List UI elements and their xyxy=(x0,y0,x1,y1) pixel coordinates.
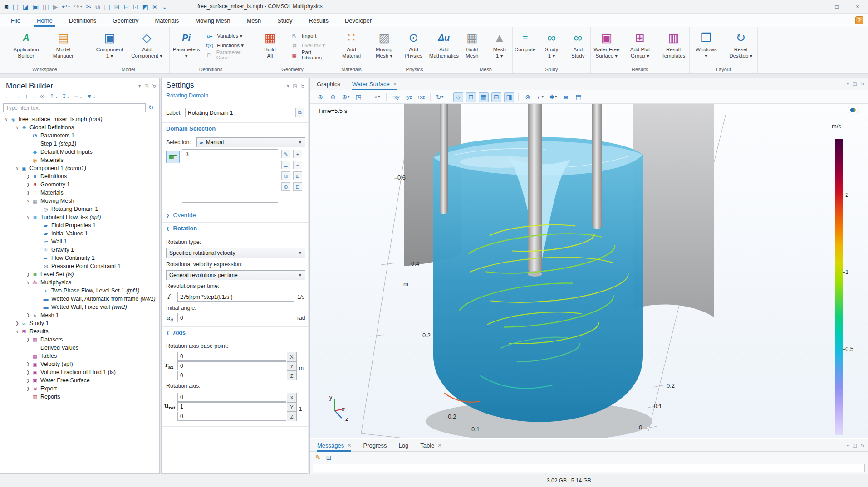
delete-icon[interactable]: ⊟ xyxy=(123,4,129,10)
chevron-right-icon[interactable]: ❯ xyxy=(26,362,30,366)
view-xy-icon[interactable]: ↑xy xyxy=(391,92,401,102)
rotation-axis-input-x[interactable] xyxy=(177,393,286,402)
tree-item[interactable]: ❯≡Definitions xyxy=(0,172,159,180)
tree-item[interactable]: ∨⊞Results xyxy=(0,327,159,336)
show-axes-toggle[interactable]: ⊟ xyxy=(491,92,501,102)
selection-list-icon[interactable]: ≣ xyxy=(281,161,290,169)
tree-item[interactable]: ◷Rotating Domain 1 xyxy=(0,205,159,213)
chevron-right-icon[interactable]: ❯ xyxy=(26,370,30,375)
study-1-button[interactable]: ∞Study 1 ▾ xyxy=(539,29,564,59)
component-1-button[interactable]: ▣Component 1 ▾ xyxy=(92,29,128,59)
clear-log-icon[interactable]: ✎ xyxy=(315,454,321,461)
show-selection-toggle[interactable]: ◨ xyxy=(504,92,514,102)
chevron-down-icon[interactable]: ∨ xyxy=(26,280,30,285)
zoom-out-icon[interactable]: ⊖ xyxy=(328,92,338,102)
domain-selection-header[interactable]: Domain Selection xyxy=(166,125,216,132)
water-free-surface-button[interactable]: ▣Water Free Surface ▾ xyxy=(591,29,623,59)
chevron-right-icon[interactable]: ❯ xyxy=(26,272,30,277)
tab-graphics[interactable]: Graphics xyxy=(317,78,340,90)
maximize-button[interactable]: □ xyxy=(826,0,847,14)
compute-button[interactable]: =Compute xyxy=(513,29,537,59)
axis-section-header[interactable]: ❮ Axis xyxy=(166,329,186,336)
menu-materials[interactable]: Materials xyxy=(154,15,180,27)
add-physics-button[interactable]: ⊙Add Physics xyxy=(400,29,427,59)
tree-item[interactable]: ❯▣Velocity (spf) xyxy=(0,360,159,368)
panel-float-icon[interactable]: ◳ xyxy=(853,81,857,86)
tab-table[interactable]: Table✕ xyxy=(420,439,441,452)
material-rendering-toggle[interactable]: ⊡ xyxy=(466,92,476,102)
select-icon[interactable]: ⊡ xyxy=(133,4,138,10)
environment-icon[interactable]: ✱▾ xyxy=(548,92,558,102)
livelink-button[interactable]: ⇄LiveLink ▾ xyxy=(289,41,333,49)
tree-item[interactable]: ▰Flow Continuity 1 xyxy=(0,254,159,262)
rename-button[interactable]: ⧉ xyxy=(295,108,304,117)
build-mesh-button[interactable]: ▦Build Mesh xyxy=(459,29,485,59)
add-plot-group-button[interactable]: ⊞Add Plot Group ▾ xyxy=(624,29,656,59)
model-manager-button[interactable]: ▤Model Manager xyxy=(46,29,81,59)
add-mathematics-button[interactable]: ΔuAdd Mathematics xyxy=(429,29,459,59)
menu-results[interactable]: Results xyxy=(308,15,329,27)
menu-home[interactable]: Home xyxy=(36,15,54,27)
model-tree-node-text-icon[interactable]: ≣ ▾ xyxy=(74,93,82,100)
chevron-down-icon[interactable]: ∨ xyxy=(4,117,9,122)
run-icon[interactable]: ▶ xyxy=(53,4,58,10)
tree-item[interactable]: ⌐Step 1(step1) xyxy=(0,140,159,148)
tree-item[interactable]: ❯∞Study 1 xyxy=(0,319,159,327)
copy-selection-icon[interactable]: ⧉ xyxy=(281,171,290,180)
refresh-icon[interactable]: ↻ xyxy=(148,104,154,111)
help-button[interactable]: ? xyxy=(855,16,863,24)
open-file-icon[interactable]: ◪ xyxy=(23,4,29,10)
chevron-down-icon[interactable]: ∨ xyxy=(15,125,20,130)
mesh-1-button[interactable]: ▲Mesh 1 ▾ xyxy=(487,29,513,59)
tree-item[interactable]: ◉Materials xyxy=(0,156,159,164)
add-component-button[interactable]: ◇Add Component ▾ xyxy=(129,29,165,59)
chevron-down-icon[interactable]: ∨ xyxy=(15,166,20,170)
zoom-box-icon[interactable]: ⊕▾ xyxy=(341,92,351,102)
menu-moving-mesh[interactable]: Moving Mesh xyxy=(194,15,231,27)
chevron-right-icon[interactable]: ❯ xyxy=(26,313,30,317)
chevron-right-icon[interactable]: ❯ xyxy=(26,190,30,195)
chevron-right-icon[interactable]: ❯ xyxy=(26,182,30,187)
panel-menu-icon[interactable]: ▾ xyxy=(138,83,141,88)
part-libraries-button[interactable]: ▦Part Libraries xyxy=(289,51,333,59)
variables-button[interactable]: a=Variables ▾ xyxy=(205,32,252,40)
lock-camera-icon[interactable]: ⊗ xyxy=(523,92,533,102)
zoom-extents-icon[interactable]: ◳ xyxy=(353,92,363,102)
tree-item[interactable]: ◆Default Model Inputs xyxy=(0,148,159,156)
tree-item[interactable]: ❯▦Datasets xyxy=(0,336,159,344)
build-all-button[interactable]: ▦Build All xyxy=(252,29,288,59)
panel-float-icon[interactable]: ◳ xyxy=(853,443,857,448)
tree-item[interactable]: PiParameters 1 xyxy=(0,131,159,140)
select-box-icon[interactable]: ⊡ xyxy=(293,182,302,191)
parameter-case-button[interactable]: PiParameter Case xyxy=(205,51,252,59)
tree-item[interactable]: ❯∷Materials xyxy=(0,189,159,197)
menu-definitions[interactable]: Definitions xyxy=(68,15,98,27)
app-logo[interactable]: ◙ xyxy=(5,4,8,10)
functions-button[interactable]: f(x)Functions ▾ xyxy=(205,41,252,49)
chevron-down-icon[interactable]: ∨ xyxy=(26,215,30,219)
rotation-axis-input-z[interactable] xyxy=(177,412,286,421)
selection-list[interactable]: 3 xyxy=(182,149,278,203)
close-icon[interactable]: ✕ xyxy=(347,443,351,448)
add-to-selection-icon[interactable]: + xyxy=(293,150,302,158)
scene-appearance-icon[interactable]: ◐▾ xyxy=(535,92,545,102)
tree-item[interactable]: ∨◈free_surface_mixer_ls.mph(root) xyxy=(0,115,159,123)
customize-toolbar-icon[interactable]: ⌄ xyxy=(162,4,167,10)
tab-log[interactable]: Log xyxy=(399,439,409,452)
new-file-icon[interactable]: ▢ xyxy=(12,4,18,10)
tree-item[interactable]: ≋Gravity 1 xyxy=(0,246,159,254)
paste-selection-icon[interactable]: ⊞ xyxy=(293,171,302,180)
view-xz-icon[interactable]: ↑xz xyxy=(416,92,426,102)
tree-item[interactable]: ▰Fluid Properties 1 xyxy=(0,221,159,229)
rpt-input[interactable] xyxy=(177,292,294,302)
label-input[interactable] xyxy=(185,108,293,117)
filter-icon[interactable]: ▼ ▾ xyxy=(86,93,95,100)
expand-all-icon[interactable]: ↥ ▾ xyxy=(49,93,57,100)
base-point-input-x[interactable] xyxy=(177,352,286,361)
override-section-header[interactable]: ❯ Override xyxy=(166,212,196,219)
selection-list-item[interactable]: 3 xyxy=(186,151,275,157)
move-down-icon[interactable]: ↓ xyxy=(33,93,36,100)
panel-pin-icon[interactable]: ⚲ xyxy=(299,83,305,89)
chevron-right-icon[interactable]: ❯ xyxy=(15,321,20,326)
tree-item[interactable]: ❯AGeometry 1 xyxy=(0,180,159,189)
